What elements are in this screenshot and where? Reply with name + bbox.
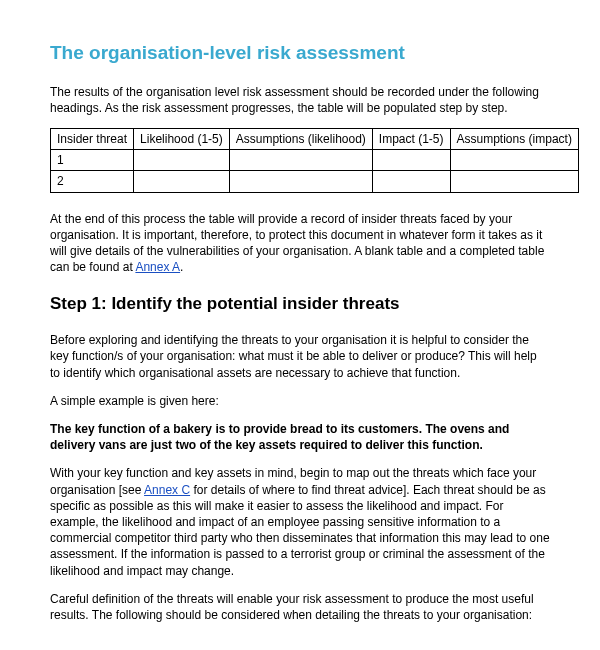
table-cell: [372, 171, 450, 192]
table-header: Assumptions (impact): [450, 129, 578, 150]
table-cell: [450, 171, 578, 192]
annex-c-link[interactable]: Annex C: [144, 483, 190, 497]
step1-paragraph-3: With your key function and key assets in…: [50, 465, 550, 578]
table-header: Likelihood (1-5): [134, 129, 230, 150]
page-title: The organisation-level risk assessment: [50, 40, 550, 66]
table-header: Insider threat: [51, 129, 134, 150]
table-cell: [372, 150, 450, 171]
table-cell: 1: [51, 150, 134, 171]
table-header: Assumptions (likelihood): [229, 129, 372, 150]
after-table-text-pre: At the end of this process the table wil…: [50, 212, 544, 275]
table-row: 2: [51, 171, 579, 192]
table-cell: [450, 150, 578, 171]
annex-a-link[interactable]: Annex A: [135, 260, 180, 274]
table-cell: [229, 150, 372, 171]
step1-paragraph-1: Before exploring and identifying the thr…: [50, 332, 550, 381]
step1-paragraph-2: A simple example is given here:: [50, 393, 550, 409]
after-table-paragraph: At the end of this process the table wil…: [50, 211, 550, 276]
table-row: 1: [51, 150, 579, 171]
table-cell: [134, 171, 230, 192]
step1-example: The key function of a bakery is to provi…: [50, 421, 550, 453]
step1-paragraph-4: Careful definition of the threats will e…: [50, 591, 550, 623]
table-header: Impact (1-5): [372, 129, 450, 150]
risk-table: Insider threat Likelihood (1-5) Assumpti…: [50, 128, 579, 193]
table-cell: [134, 150, 230, 171]
step1-heading: Step 1: Identify the potential insider t…: [50, 293, 550, 316]
after-table-text-post: .: [180, 260, 183, 274]
table-cell: [229, 171, 372, 192]
intro-paragraph: The results of the organisation level ri…: [50, 84, 550, 116]
table-cell: 2: [51, 171, 134, 192]
